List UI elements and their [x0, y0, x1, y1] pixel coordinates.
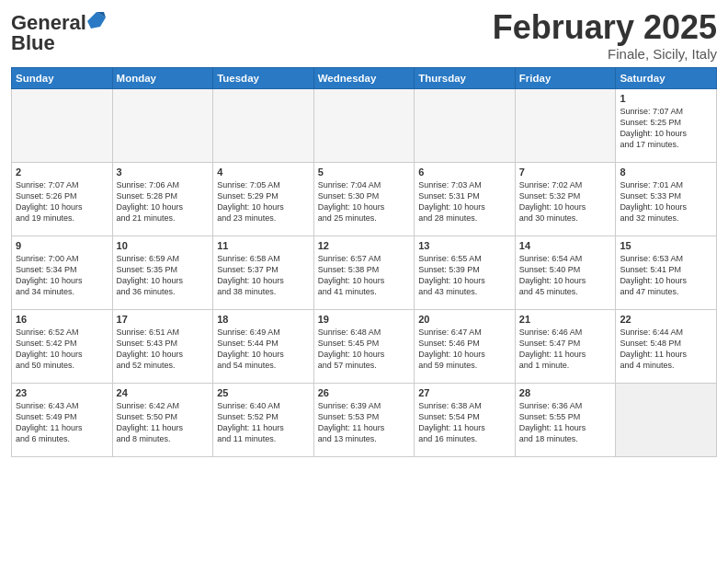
- day-number: 15: [620, 240, 712, 251]
- day-number: 12: [318, 240, 411, 251]
- day-info: Sunrise: 6:53 AM Sunset: 5:41 PM Dayligh…: [620, 253, 712, 298]
- day-number: 18: [217, 314, 310, 325]
- day-info: Sunrise: 6:51 AM Sunset: 5:43 PM Dayligh…: [117, 327, 210, 372]
- day-info: Sunrise: 7:05 AM Sunset: 5:29 PM Dayligh…: [217, 179, 310, 224]
- weekday-header-monday: Monday: [112, 67, 213, 88]
- calendar-day-cell: [616, 383, 717, 456]
- calendar-week-row: 2Sunrise: 7:07 AM Sunset: 5:26 PM Daylig…: [12, 162, 717, 236]
- calendar-day-cell: 12Sunrise: 6:57 AM Sunset: 5:38 PM Dayli…: [313, 236, 415, 309]
- day-info: Sunrise: 7:07 AM Sunset: 5:26 PM Dayligh…: [16, 179, 108, 224]
- day-number: 3: [117, 167, 210, 178]
- calendar-day-cell: 25Sunrise: 6:40 AM Sunset: 5:52 PM Dayli…: [213, 383, 314, 456]
- calendar-day-cell: 2Sunrise: 7:07 AM Sunset: 5:26 PM Daylig…: [12, 162, 113, 236]
- day-number: 27: [418, 387, 511, 398]
- day-info: Sunrise: 6:55 AM Sunset: 5:39 PM Dayligh…: [418, 253, 511, 298]
- day-info: Sunrise: 7:07 AM Sunset: 5:25 PM Dayligh…: [620, 106, 712, 151]
- day-info: Sunrise: 6:43 AM Sunset: 5:49 PM Dayligh…: [16, 400, 108, 445]
- day-info: Sunrise: 7:01 AM Sunset: 5:33 PM Dayligh…: [620, 179, 712, 224]
- calendar-day-cell: 23Sunrise: 6:43 AM Sunset: 5:49 PM Dayli…: [12, 383, 113, 456]
- day-number: 6: [418, 167, 511, 178]
- weekday-header-row: SundayMondayTuesdayWednesdayThursdayFrid…: [12, 67, 717, 88]
- calendar-day-cell: 6Sunrise: 7:03 AM Sunset: 5:31 PM Daylig…: [415, 162, 516, 236]
- day-info: Sunrise: 7:04 AM Sunset: 5:30 PM Dayligh…: [318, 179, 411, 224]
- calendar-day-cell: 28Sunrise: 6:36 AM Sunset: 5:55 PM Dayli…: [515, 383, 616, 456]
- calendar-day-cell: 24Sunrise: 6:42 AM Sunset: 5:50 PM Dayli…: [112, 383, 213, 456]
- day-info: Sunrise: 7:03 AM Sunset: 5:31 PM Dayligh…: [418, 179, 511, 224]
- day-info: Sunrise: 6:40 AM Sunset: 5:52 PM Dayligh…: [217, 400, 310, 445]
- calendar-day-cell: 26Sunrise: 6:39 AM Sunset: 5:53 PM Dayli…: [313, 383, 415, 456]
- day-info: Sunrise: 6:46 AM Sunset: 5:47 PM Dayligh…: [519, 327, 612, 372]
- day-number: 14: [519, 240, 612, 251]
- day-number: 20: [418, 314, 511, 325]
- day-number: 21: [519, 314, 612, 325]
- calendar-week-row: 1Sunrise: 7:07 AM Sunset: 5:25 PM Daylig…: [12, 88, 717, 162]
- day-info: Sunrise: 6:49 AM Sunset: 5:44 PM Dayligh…: [217, 327, 310, 372]
- day-number: 19: [318, 314, 411, 325]
- day-info: Sunrise: 6:42 AM Sunset: 5:50 PM Dayligh…: [117, 400, 210, 445]
- day-info: Sunrise: 6:54 AM Sunset: 5:40 PM Dayligh…: [519, 253, 612, 298]
- calendar-day-cell: 14Sunrise: 6:54 AM Sunset: 5:40 PM Dayli…: [515, 236, 616, 309]
- calendar-day-cell: [415, 88, 516, 162]
- calendar-day-cell: 1Sunrise: 7:07 AM Sunset: 5:25 PM Daylig…: [616, 88, 717, 162]
- weekday-header-tuesday: Tuesday: [213, 67, 314, 88]
- day-number: 23: [16, 387, 108, 398]
- weekday-header-sunday: Sunday: [12, 67, 113, 88]
- logo-icon: [87, 12, 106, 30]
- weekday-header-thursday: Thursday: [415, 67, 516, 88]
- calendar-day-cell: 16Sunrise: 6:52 AM Sunset: 5:42 PM Dayli…: [12, 309, 113, 383]
- day-number: 26: [318, 387, 411, 398]
- calendar-day-cell: 27Sunrise: 6:38 AM Sunset: 5:54 PM Dayli…: [415, 383, 516, 456]
- calendar-week-row: 9Sunrise: 7:00 AM Sunset: 5:34 PM Daylig…: [12, 236, 717, 309]
- day-info: Sunrise: 6:59 AM Sunset: 5:35 PM Dayligh…: [117, 253, 210, 298]
- calendar-day-cell: 21Sunrise: 6:46 AM Sunset: 5:47 PM Dayli…: [515, 309, 616, 383]
- logo-blue: Blue: [11, 31, 55, 54]
- day-info: Sunrise: 6:57 AM Sunset: 5:38 PM Dayligh…: [318, 253, 411, 298]
- calendar-day-cell: 13Sunrise: 6:55 AM Sunset: 5:39 PM Dayli…: [415, 236, 516, 309]
- day-number: 16: [16, 314, 108, 325]
- day-number: 2: [16, 167, 108, 178]
- day-info: Sunrise: 6:47 AM Sunset: 5:46 PM Dayligh…: [418, 327, 511, 372]
- day-number: 10: [117, 240, 210, 251]
- calendar-day-cell: 4Sunrise: 7:05 AM Sunset: 5:29 PM Daylig…: [213, 162, 314, 236]
- day-number: 4: [217, 167, 310, 178]
- day-number: 7: [519, 167, 612, 178]
- day-info: Sunrise: 6:39 AM Sunset: 5:53 PM Dayligh…: [318, 400, 411, 445]
- calendar-day-cell: 7Sunrise: 7:02 AM Sunset: 5:32 PM Daylig…: [515, 162, 616, 236]
- calendar-day-cell: 17Sunrise: 6:51 AM Sunset: 5:43 PM Dayli…: [112, 309, 213, 383]
- logo-general: General: [11, 13, 86, 33]
- location: Finale, Sicily, Italy: [493, 46, 717, 62]
- calendar-day-cell: 18Sunrise: 6:49 AM Sunset: 5:44 PM Dayli…: [213, 309, 314, 383]
- day-number: 1: [620, 93, 712, 104]
- calendar-week-row: 23Sunrise: 6:43 AM Sunset: 5:49 PM Dayli…: [12, 383, 717, 456]
- weekday-header-friday: Friday: [515, 67, 616, 88]
- calendar-day-cell: 8Sunrise: 7:01 AM Sunset: 5:33 PM Daylig…: [616, 162, 717, 236]
- calendar-day-cell: [213, 88, 314, 162]
- page-container: General Blue February 2025 Finale, Sicil…: [0, 0, 728, 465]
- calendar-day-cell: 15Sunrise: 6:53 AM Sunset: 5:41 PM Dayli…: [616, 236, 717, 309]
- calendar-day-cell: [112, 88, 213, 162]
- day-info: Sunrise: 6:44 AM Sunset: 5:48 PM Dayligh…: [620, 327, 712, 372]
- day-number: 13: [418, 240, 511, 251]
- day-number: 8: [620, 167, 712, 178]
- day-number: 25: [217, 387, 310, 398]
- weekday-header-wednesday: Wednesday: [313, 67, 415, 88]
- title-block: February 2025 Finale, Sicily, Italy: [493, 9, 717, 62]
- calendar-day-cell: [313, 88, 415, 162]
- calendar-table: SundayMondayTuesdayWednesdayThursdayFrid…: [11, 67, 717, 457]
- calendar-day-cell: 5Sunrise: 7:04 AM Sunset: 5:30 PM Daylig…: [313, 162, 415, 236]
- day-info: Sunrise: 6:58 AM Sunset: 5:37 PM Dayligh…: [217, 253, 310, 298]
- day-info: Sunrise: 6:38 AM Sunset: 5:54 PM Dayligh…: [418, 400, 511, 445]
- day-info: Sunrise: 6:36 AM Sunset: 5:55 PM Dayligh…: [519, 400, 612, 445]
- calendar-week-row: 16Sunrise: 6:52 AM Sunset: 5:42 PM Dayli…: [12, 309, 717, 383]
- day-info: Sunrise: 7:06 AM Sunset: 5:28 PM Dayligh…: [117, 179, 210, 224]
- day-number: 17: [117, 314, 210, 325]
- day-info: Sunrise: 6:48 AM Sunset: 5:45 PM Dayligh…: [318, 327, 411, 372]
- calendar-day-cell: 19Sunrise: 6:48 AM Sunset: 5:45 PM Dayli…: [313, 309, 415, 383]
- weekday-header-saturday: Saturday: [616, 67, 717, 88]
- calendar-day-cell: [12, 88, 113, 162]
- calendar-day-cell: 22Sunrise: 6:44 AM Sunset: 5:48 PM Dayli…: [616, 309, 717, 383]
- header: General Blue February 2025 Finale, Sicil…: [11, 9, 717, 62]
- calendar-day-cell: 3Sunrise: 7:06 AM Sunset: 5:28 PM Daylig…: [112, 162, 213, 236]
- calendar-day-cell: 10Sunrise: 6:59 AM Sunset: 5:35 PM Dayli…: [112, 236, 213, 309]
- logo: General Blue: [11, 13, 106, 53]
